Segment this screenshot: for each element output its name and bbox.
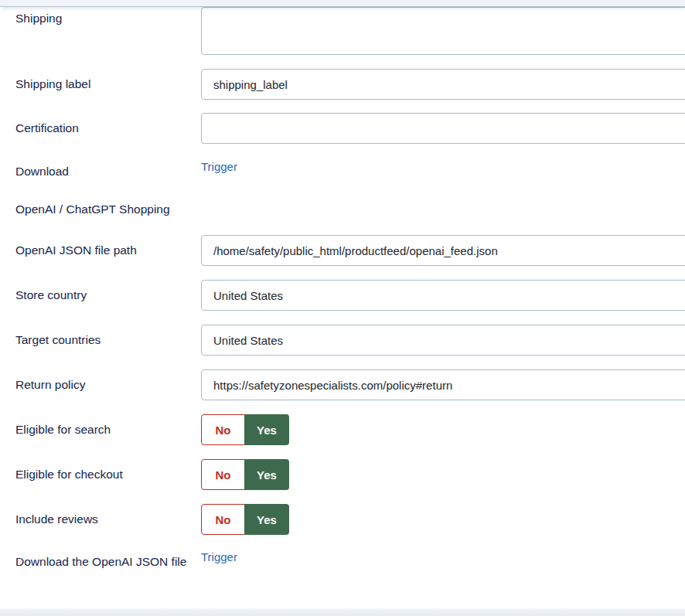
target-countries-label: Target countries xyxy=(15,325,198,356)
return-policy-input[interactable] xyxy=(201,369,685,400)
download-openai-json-trigger-link[interactable]: Trigger xyxy=(201,550,237,564)
toggle-yes-option[interactable]: Yes xyxy=(244,504,289,535)
eligible-checkout-toggle[interactable]: No Yes xyxy=(201,459,289,490)
target-countries-input[interactable] xyxy=(201,325,685,356)
store-country-input[interactable] xyxy=(201,280,685,311)
section-heading: OpenAI / ChatGPT Shopping xyxy=(15,202,170,216)
toggle-no-option[interactable]: No xyxy=(201,459,245,490)
include-reviews-toggle[interactable]: No Yes xyxy=(201,504,289,535)
include-reviews-label: Include reviews xyxy=(15,504,198,535)
shipping-textarea[interactable] xyxy=(201,7,685,55)
certification-label: Certification xyxy=(15,113,198,144)
toggle-no-option[interactable]: No xyxy=(201,504,245,535)
openai-json-path-input[interactable] xyxy=(201,235,685,266)
download-trigger-link[interactable]: Trigger xyxy=(201,160,237,174)
store-country-label: Store country xyxy=(15,280,198,311)
shipping-label-input[interactable] xyxy=(201,69,685,100)
shipping-label-text: Shipping xyxy=(15,7,198,26)
eligible-checkout-label: Eligible for checkout xyxy=(15,459,198,490)
download-openai-json-label: Download the OpenAI JSON file xyxy=(15,550,198,569)
certification-input[interactable] xyxy=(201,113,685,144)
toggle-no-option[interactable]: No xyxy=(201,414,245,445)
eligible-search-label: Eligible for search xyxy=(15,414,198,445)
download-label: Download xyxy=(15,160,198,179)
shipping-label-field-label: Shipping label xyxy=(15,69,198,100)
eligible-search-toggle[interactable]: No Yes xyxy=(201,414,289,445)
return-policy-label: Return policy xyxy=(15,369,198,400)
panel-top-edge xyxy=(0,0,685,7)
panel-bottom-edge xyxy=(0,608,685,616)
toggle-yes-option[interactable]: Yes xyxy=(244,459,289,490)
openai-json-path-label: OpenAI JSON file path xyxy=(15,235,198,266)
toggle-yes-option[interactable]: Yes xyxy=(244,414,289,445)
